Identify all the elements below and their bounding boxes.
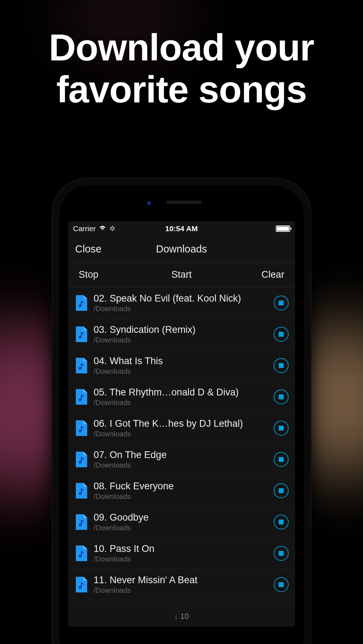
row-text: 11. Never Missin' A Beat /Downloads [94, 575, 267, 595]
music-file-icon [75, 514, 87, 530]
row-text: 08. Fuck Everyone /Downloads [94, 481, 267, 501]
nav-bar: Close Downloads [68, 236, 295, 262]
stop-download-button[interactable] [274, 296, 289, 310]
status-bar: Carrier ✲ 10:54 AM [68, 221, 295, 236]
stop-download-button[interactable] [274, 389, 289, 404]
song-path: /Downloads [94, 367, 267, 376]
music-file-icon [75, 295, 87, 311]
close-button[interactable]: Close [75, 243, 146, 255]
row-text: 10. Pass It On /Downloads [94, 543, 267, 563]
song-title: 05. The Rhythm…onald D & Diva) [94, 387, 267, 398]
stop-download-button[interactable] [274, 515, 289, 529]
list-item[interactable]: 06. I Got The K…hes by DJ Lethal) /Downl… [68, 413, 295, 444]
row-text: 02. Speak No Evil (feat. Kool Nick) /Dow… [94, 293, 267, 313]
list-item[interactable]: 05. The Rhythm…onald D & Diva) /Download… [68, 381, 295, 413]
svg-rect-3 [81, 333, 82, 337]
song-path: /Downloads [94, 399, 267, 407]
stop-all-button[interactable]: Stop [79, 269, 147, 280]
row-text: 07. On The Edge /Downloads [94, 449, 267, 469]
stop-download-button[interactable] [274, 483, 289, 498]
svg-rect-9 [81, 427, 82, 431]
row-text: 06. I Got The K…hes by DJ Lethal) /Downl… [94, 418, 267, 438]
song-path: /Downloads [94, 524, 267, 532]
music-file-icon [75, 420, 87, 436]
row-text: 05. The Rhythm…onald D & Diva) /Download… [94, 387, 267, 407]
phone-bezel: Carrier ✲ 10:54 AM Close Downloads Stop [59, 186, 304, 644]
headline-line: Download your [49, 27, 314, 68]
svg-rect-17 [81, 552, 82, 556]
page-title: Downloads [146, 243, 217, 255]
stop-download-button[interactable] [274, 546, 289, 561]
list-item[interactable]: 02. Speak No Evil (feat. Kool Nick) /Dow… [68, 287, 295, 319]
song-title: 06. I Got The K…hes by DJ Lethal) [94, 418, 267, 429]
song-path: /Downloads [94, 430, 267, 438]
list-item[interactable]: 11. Never Missin' A Beat /Downloads [68, 569, 295, 600]
music-file-icon [75, 326, 87, 342]
downloads-list[interactable]: 02. Speak No Evil (feat. Kool Nick) /Dow… [68, 287, 295, 606]
music-file-icon [75, 452, 87, 467]
toolbar: Stop Start Clear [68, 262, 295, 287]
statusbar-time: 10:54 AM [145, 224, 217, 233]
svg-rect-1 [81, 302, 82, 306]
song-path: /Downloads [94, 586, 267, 595]
list-item[interactable]: 04. What Is This /Downloads [68, 350, 295, 381]
statusbar-right [218, 225, 290, 232]
stop-download-button[interactable] [274, 327, 289, 342]
statusbar-left: Carrier ✲ [73, 224, 145, 233]
phone-screen: Carrier ✲ 10:54 AM Close Downloads Stop [68, 221, 295, 627]
stop-download-button[interactable] [274, 577, 289, 592]
list-item[interactable]: 09. Goodbye /Downloads [68, 506, 295, 538]
start-all-button[interactable]: Start [147, 269, 216, 280]
headline-line: favorite songs [56, 69, 307, 110]
music-file-icon [75, 545, 87, 561]
svg-rect-5 [81, 364, 82, 368]
song-path: /Downloads [94, 305, 267, 313]
list-item[interactable]: 07. On The Edge /Downloads [68, 444, 295, 475]
marketing-headline: Download your favorite songs [0, 27, 363, 110]
svg-rect-11 [81, 458, 82, 462]
phone-frame: Carrier ✲ 10:54 AM Close Downloads Stop [52, 178, 311, 644]
stop-download-button[interactable] [274, 358, 289, 373]
music-file-icon [75, 358, 87, 373]
row-text: 04. What Is This /Downloads [94, 356, 267, 376]
song-path: /Downloads [94, 461, 267, 469]
loading-icon: ✲ [109, 224, 116, 233]
song-title: 10. Pass It On [94, 543, 267, 554]
music-file-icon [75, 483, 87, 499]
song-title: 08. Fuck Everyone [94, 481, 267, 492]
song-title: 07. On The Edge [94, 449, 267, 461]
camera-icon [147, 201, 152, 206]
speaker-icon [166, 201, 202, 204]
music-file-icon [75, 389, 87, 405]
svg-rect-7 [81, 395, 82, 400]
phone-top [63, 189, 300, 221]
svg-rect-15 [81, 521, 82, 525]
song-title: 02. Speak No Evil (feat. Kool Nick) [94, 293, 267, 304]
carrier-label: Carrier [73, 224, 96, 233]
song-title: 03. Syndication (Remix) [94, 324, 267, 335]
song-title: 09. Goodbye [94, 512, 267, 523]
list-item[interactable]: 03. Syndication (Remix) /Downloads [68, 319, 295, 350]
music-file-icon [75, 577, 87, 592]
svg-rect-19 [81, 583, 82, 587]
song-path: /Downloads [94, 336, 267, 344]
song-path: /Downloads [94, 555, 267, 563]
list-item[interactable]: 10. Pass It On /Downloads [68, 538, 295, 569]
row-text: 03. Syndication (Remix) /Downloads [94, 324, 267, 344]
song-title: 04. What Is This [94, 356, 267, 367]
song-path: /Downloads [94, 493, 267, 501]
list-item[interactable]: 08. Fuck Everyone /Downloads [68, 475, 295, 506]
row-text: 09. Goodbye /Downloads [94, 512, 267, 532]
stop-download-button[interactable] [274, 421, 289, 436]
svg-rect-13 [81, 489, 82, 494]
footer-count: ↓ 10 [68, 606, 295, 627]
stop-download-button[interactable] [274, 452, 289, 467]
battery-icon [276, 225, 290, 232]
clear-button[interactable]: Clear [216, 269, 284, 280]
wifi-icon [99, 224, 106, 233]
song-title: 11. Never Missin' A Beat [94, 575, 267, 586]
